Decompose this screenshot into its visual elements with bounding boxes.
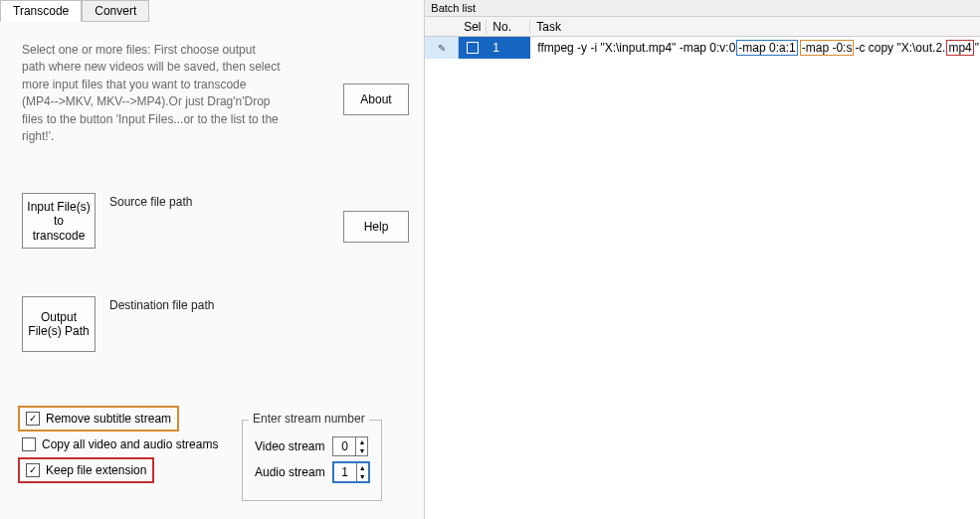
tab-transcode[interactable]: Transcode — [0, 0, 82, 22]
row-task: ffmpeg -y -i "X:\input.mp4" -map 0:v:0 -… — [530, 37, 980, 59]
tab-convert[interactable]: Convert — [82, 0, 149, 22]
copy-all-checkbox[interactable] — [22, 437, 36, 451]
audio-stream-spinner[interactable]: 1 ▲▼ — [333, 462, 369, 482]
row-select-checkbox[interactable] — [467, 42, 479, 54]
header-sel: Sel — [459, 20, 487, 34]
tab-body: Select one or more files: First choose o… — [0, 22, 424, 519]
remove-subtitle-label: Remove subtitle stream — [46, 412, 171, 426]
cmd-map-audio: -map 0:a:1 — [736, 40, 797, 56]
input-files-button[interactable]: Input File(s) to transcode — [22, 193, 96, 249]
video-stream-spinner[interactable]: 0 ▲▼ — [332, 436, 368, 456]
audio-stream-value: 1 — [334, 463, 356, 481]
help-button[interactable]: Help — [343, 211, 409, 243]
about-button[interactable]: About — [343, 84, 409, 115]
source-path-label: Source file path — [109, 193, 192, 209]
batch-list-title: Batch list — [425, 0, 980, 17]
tab-bar: Transcode Convert — [0, 0, 424, 22]
cmd-tail: " — [974, 41, 980, 55]
stream-group-legend: Enter stream number — [249, 412, 369, 426]
keep-ext-checkbox[interactable]: ✓ — [26, 463, 40, 477]
right-panel: Batch list Sel No. Task ✎ 1 ffmpeg -y -i… — [425, 0, 980, 519]
spinner-down-icon[interactable]: ▼ — [356, 446, 367, 455]
spinner-down-icon[interactable]: ▼ — [357, 472, 368, 481]
row-select-cell[interactable] — [459, 37, 487, 59]
cmd-ext: mp4 — [946, 40, 973, 56]
audio-stream-label: Audio stream — [255, 465, 325, 479]
cmd-map-subs: -map -0:s — [800, 40, 855, 56]
left-panel: Transcode Convert Select one or more fil… — [0, 0, 425, 519]
options-area: ✓ Remove subtitle stream Copy all video … — [22, 400, 218, 489]
spinner-up-icon[interactable]: ▲ — [357, 463, 368, 472]
row-no: 1 — [487, 37, 530, 59]
copy-all-label: Copy all video and audio streams — [42, 437, 218, 451]
remove-subtitle-checkbox[interactable]: ✓ — [26, 412, 40, 426]
header-no: No. — [487, 20, 530, 34]
output-path-button[interactable]: Output File(s) Path — [22, 296, 96, 352]
cmd-mid: -c copy "X:\out.2. — [854, 41, 946, 55]
row-edit-icon[interactable]: ✎ — [425, 37, 459, 59]
header-task: Task — [530, 20, 980, 34]
spinner-up-icon[interactable]: ▲ — [356, 437, 367, 446]
cmd-prefix: ffmpeg -y -i "X:\input.mp4" -map 0:v:0 — [536, 41, 736, 55]
dest-path-label: Destination file path — [109, 296, 214, 312]
table-row[interactable]: ✎ 1 ffmpeg -y -i "X:\input.mp4" -map 0:v… — [425, 37, 980, 59]
grid-header: Sel No. Task — [425, 17, 980, 37]
video-stream-value: 0 — [333, 437, 355, 455]
description-text: Select one or more files: First choose o… — [22, 42, 281, 145]
video-stream-label: Video stream — [255, 439, 324, 453]
stream-number-group: Enter stream number Video stream 0 ▲▼ Au… — [242, 420, 382, 501]
keep-ext-label: Keep file extension — [46, 463, 146, 477]
